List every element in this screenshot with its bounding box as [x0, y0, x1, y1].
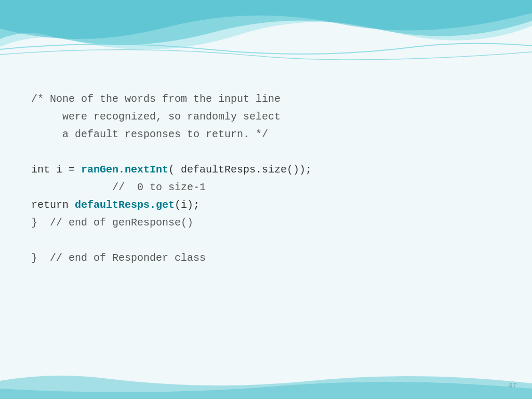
- close-method: } // end of genResponse(): [31, 217, 193, 229]
- ranGen-method: ranGen.nextInt: [81, 164, 168, 176]
- comment-line1: /* None of the words from the input line: [31, 93, 281, 105]
- wave-bottom-decoration: [0, 368, 532, 399]
- return-suffix: (i);: [175, 199, 200, 211]
- close-class: } // end of Responder class: [31, 252, 206, 264]
- defaultResps-method: defaultResps.get: [75, 199, 175, 211]
- comment-line2: were recognized, so randomly select: [31, 111, 281, 123]
- inline-comment: // 0 to size-1: [31, 181, 206, 193]
- int-suffix: ( defaultResps.size());: [168, 164, 312, 176]
- int-keyword: int i =: [31, 164, 81, 176]
- int-line: int i = ranGen.nextInt( defaultResps.siz…: [31, 164, 312, 176]
- code-block: /* None of the words from the input line…: [31, 73, 501, 285]
- comment-line3: a default responses to return. */: [31, 128, 268, 140]
- return-line: return defaultResps.get(i);: [31, 199, 200, 211]
- wave-top-decoration: [0, 0, 532, 68]
- slide-content: /* None of the words from the input line…: [31, 73, 501, 368]
